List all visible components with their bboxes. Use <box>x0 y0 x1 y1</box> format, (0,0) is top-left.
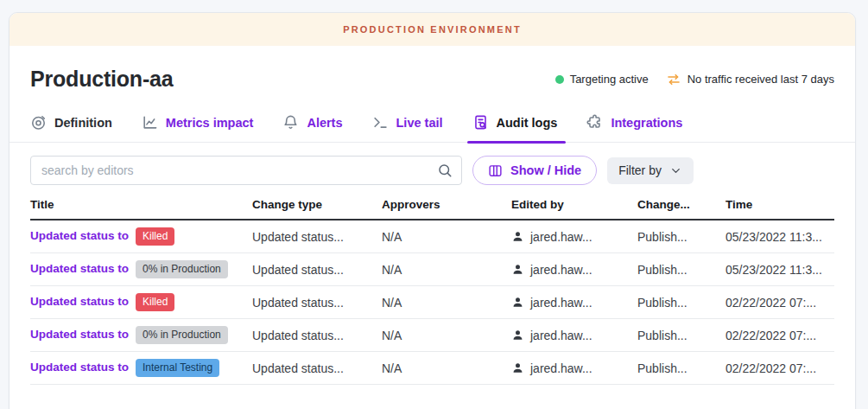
environment-card: PRODUCTION ENVIRONMENT Production-aa Tar… <box>9 12 856 409</box>
changes-cell: Publish... <box>637 329 725 342</box>
production-environment-banner: PRODUCTION ENVIRONMENT <box>10 13 855 46</box>
change-type-cell: Updated status... <box>252 263 382 277</box>
column-header-approvers: Approvers <box>382 198 511 211</box>
puzzle-icon <box>586 114 603 131</box>
change-type-cell: Updated status... <box>252 296 382 310</box>
time-cell: 02/22/2022 07:... <box>725 329 834 342</box>
column-header-changes: Change... <box>637 198 725 211</box>
traffic-arrows-icon <box>666 72 681 87</box>
audit-log-table: Title Change type Approvers Edited by Ch… <box>30 198 834 385</box>
status-badge: Killed <box>136 293 174 311</box>
table-row[interactable]: Updated status toKilled Updated status..… <box>30 220 834 253</box>
change-type-cell: Updated status... <box>252 361 382 375</box>
line-chart-icon <box>142 114 158 131</box>
row-title-link[interactable]: Updated status to <box>30 229 129 242</box>
approvers-cell: N/A <box>382 263 511 277</box>
person-icon <box>511 361 524 374</box>
table-row[interactable]: Updated status toInternal Testing Update… <box>30 352 834 385</box>
row-title-link[interactable]: Updated status to <box>30 262 129 275</box>
row-title-link[interactable]: Updated status to <box>30 361 129 374</box>
row-title-link[interactable]: Updated status to <box>30 295 129 308</box>
search-box <box>30 156 462 185</box>
tab-integrations[interactable]: Integrations <box>586 114 682 142</box>
show-hide-label: Show / Hide <box>510 163 581 177</box>
audit-log-icon <box>472 114 489 131</box>
tab-definition[interactable]: Definition <box>30 114 112 142</box>
traffic-status: No traffic received last 7 days <box>666 72 834 87</box>
changes-cell: Publish... <box>637 230 725 244</box>
tab-label: Metrics impact <box>166 116 254 130</box>
status-badge: 0% in Production <box>136 260 228 278</box>
targeting-status-label: Targeting active <box>570 73 649 86</box>
person-icon <box>511 296 524 309</box>
show-hide-columns-button[interactable]: Show / Hide <box>472 156 597 185</box>
target-icon <box>30 114 47 131</box>
time-cell: 02/22/2022 07:... <box>725 296 834 310</box>
terminal-icon <box>372 114 389 131</box>
page-header: Production-aa Targeting active No traffi… <box>10 46 855 92</box>
time-cell: 02/22/2022 07:... <box>725 361 834 375</box>
approvers-cell: N/A <box>382 230 511 244</box>
column-header-time: Time <box>725 198 834 211</box>
columns-icon <box>488 163 503 178</box>
approvers-cell: N/A <box>382 296 511 310</box>
status-badge: Internal Testing <box>136 359 219 377</box>
traffic-status-label: No traffic received last 7 days <box>687 73 834 86</box>
status-indicators: Targeting active No traffic received las… <box>555 72 834 87</box>
tab-label: Integrations <box>611 116 682 130</box>
change-type-cell: Updated status... <box>252 329 382 342</box>
changes-cell: Publish... <box>637 263 725 277</box>
status-badge: 0% in Production <box>136 326 228 344</box>
search-input[interactable] <box>31 163 437 177</box>
tab-live-tail[interactable]: Live tail <box>372 114 443 142</box>
table-toolbar: Show / Hide Filter by <box>10 156 855 185</box>
edited-by-cell: jared.haw... <box>530 296 592 310</box>
column-header-title: Title <box>30 198 252 211</box>
tab-bar: Definition Metrics impact Alerts Live ta… <box>10 114 855 143</box>
time-cell: 05/23/2022 11:3... <box>725 230 834 244</box>
person-icon <box>511 230 524 243</box>
table-header-row: Title Change type Approvers Edited by Ch… <box>30 198 834 220</box>
targeting-status: Targeting active <box>555 73 649 86</box>
edited-by-cell: jared.haw... <box>530 263 592 277</box>
page-title: Production-aa <box>30 67 173 92</box>
filter-by-label: Filter by <box>618 163 662 177</box>
person-icon <box>511 263 524 276</box>
column-header-change-type: Change type <box>252 198 382 211</box>
change-type-cell: Updated status... <box>252 230 382 244</box>
search-icon <box>437 163 461 178</box>
tab-label: Live tail <box>396 116 443 130</box>
edited-by-cell: jared.haw... <box>530 361 592 375</box>
time-cell: 05/23/2022 11:3... <box>725 263 834 277</box>
tab-audit-logs[interactable]: Audit logs <box>472 114 558 142</box>
approvers-cell: N/A <box>382 361 511 375</box>
status-badge: Killed <box>136 227 174 246</box>
tab-alerts[interactable]: Alerts <box>282 114 342 142</box>
table-row[interactable]: Updated status toKilled Updated status..… <box>30 286 834 319</box>
table-row[interactable]: Updated status to0% in Production Update… <box>30 253 834 286</box>
person-icon <box>511 329 524 342</box>
bell-icon <box>282 114 299 131</box>
banner-label: PRODUCTION ENVIRONMENT <box>343 24 522 35</box>
green-dot-icon <box>555 75 564 84</box>
tab-metrics-impact[interactable]: Metrics impact <box>142 114 254 142</box>
changes-cell: Publish... <box>637 296 725 310</box>
tab-label: Alerts <box>307 116 342 130</box>
approvers-cell: N/A <box>382 329 511 342</box>
changes-cell: Publish... <box>637 361 725 375</box>
tab-label: Definition <box>54 116 112 130</box>
row-title-link[interactable]: Updated status to <box>30 328 129 341</box>
column-header-edited-by: Edited by <box>511 198 637 211</box>
edited-by-cell: jared.haw... <box>530 329 592 342</box>
filter-by-button[interactable]: Filter by <box>607 157 694 184</box>
chevron-down-icon <box>669 164 682 177</box>
edited-by-cell: jared.haw... <box>530 230 592 244</box>
table-row[interactable]: Updated status to0% in Production Update… <box>30 319 834 352</box>
tab-label: Audit logs <box>497 116 558 130</box>
